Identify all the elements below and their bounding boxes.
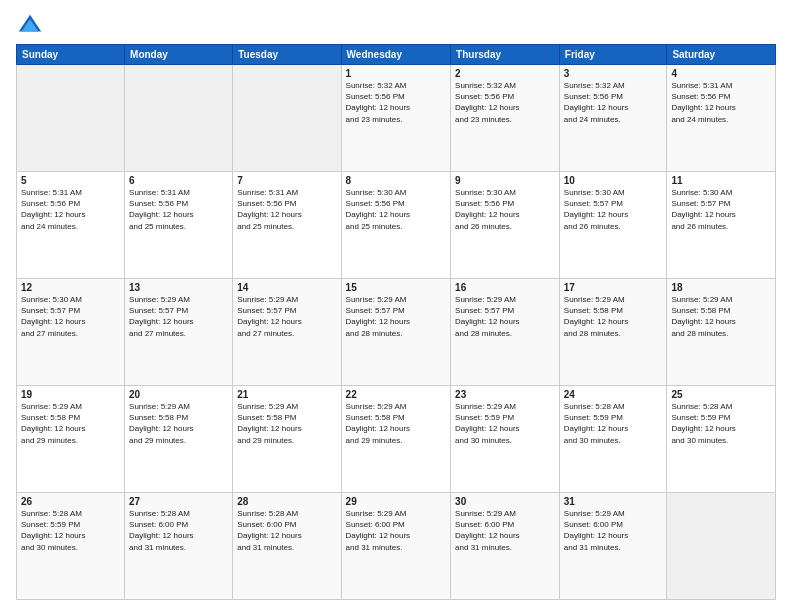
day-cell: 1Sunrise: 5:32 AM Sunset: 5:56 PM Daylig…: [341, 65, 451, 172]
week-row-1: 1Sunrise: 5:32 AM Sunset: 5:56 PM Daylig…: [17, 65, 776, 172]
day-cell: 20Sunrise: 5:29 AM Sunset: 5:58 PM Dayli…: [125, 386, 233, 493]
day-number: 18: [671, 282, 771, 293]
day-info: Sunrise: 5:29 AM Sunset: 5:58 PM Dayligh…: [671, 294, 771, 339]
day-cell: 19Sunrise: 5:29 AM Sunset: 5:58 PM Dayli…: [17, 386, 125, 493]
day-cell: 13Sunrise: 5:29 AM Sunset: 5:57 PM Dayli…: [125, 279, 233, 386]
day-cell: 8Sunrise: 5:30 AM Sunset: 5:56 PM Daylig…: [341, 172, 451, 279]
day-number: 2: [455, 68, 555, 79]
day-info: Sunrise: 5:32 AM Sunset: 5:56 PM Dayligh…: [346, 80, 447, 125]
day-cell: 23Sunrise: 5:29 AM Sunset: 5:59 PM Dayli…: [451, 386, 560, 493]
day-number: 9: [455, 175, 555, 186]
week-row-3: 12Sunrise: 5:30 AM Sunset: 5:57 PM Dayli…: [17, 279, 776, 386]
day-cell: 7Sunrise: 5:31 AM Sunset: 5:56 PM Daylig…: [233, 172, 341, 279]
day-info: Sunrise: 5:31 AM Sunset: 5:56 PM Dayligh…: [129, 187, 228, 232]
day-info: Sunrise: 5:28 AM Sunset: 5:59 PM Dayligh…: [564, 401, 663, 446]
week-row-4: 19Sunrise: 5:29 AM Sunset: 5:58 PM Dayli…: [17, 386, 776, 493]
day-cell: 26Sunrise: 5:28 AM Sunset: 5:59 PM Dayli…: [17, 493, 125, 600]
day-info: Sunrise: 5:32 AM Sunset: 5:56 PM Dayligh…: [455, 80, 555, 125]
day-number: 25: [671, 389, 771, 400]
day-info: Sunrise: 5:30 AM Sunset: 5:56 PM Dayligh…: [455, 187, 555, 232]
day-info: Sunrise: 5:29 AM Sunset: 5:57 PM Dayligh…: [237, 294, 336, 339]
calendar-body: 1Sunrise: 5:32 AM Sunset: 5:56 PM Daylig…: [17, 65, 776, 600]
day-cell: 25Sunrise: 5:28 AM Sunset: 5:59 PM Dayli…: [667, 386, 776, 493]
day-cell: 2Sunrise: 5:32 AM Sunset: 5:56 PM Daylig…: [451, 65, 560, 172]
calendar-header: SundayMondayTuesdayWednesdayThursdayFrid…: [17, 45, 776, 65]
day-info: Sunrise: 5:32 AM Sunset: 5:56 PM Dayligh…: [564, 80, 663, 125]
day-info: Sunrise: 5:29 AM Sunset: 5:58 PM Dayligh…: [129, 401, 228, 446]
day-cell: [233, 65, 341, 172]
day-info: Sunrise: 5:29 AM Sunset: 5:57 PM Dayligh…: [346, 294, 447, 339]
day-info: Sunrise: 5:30 AM Sunset: 5:57 PM Dayligh…: [21, 294, 120, 339]
day-cell: 12Sunrise: 5:30 AM Sunset: 5:57 PM Dayli…: [17, 279, 125, 386]
day-number: 19: [21, 389, 120, 400]
day-number: 7: [237, 175, 336, 186]
weekday-header-sunday: Sunday: [17, 45, 125, 65]
day-info: Sunrise: 5:30 AM Sunset: 5:56 PM Dayligh…: [346, 187, 447, 232]
day-cell: 28Sunrise: 5:28 AM Sunset: 6:00 PM Dayli…: [233, 493, 341, 600]
day-cell: 14Sunrise: 5:29 AM Sunset: 5:57 PM Dayli…: [233, 279, 341, 386]
day-number: 29: [346, 496, 447, 507]
day-info: Sunrise: 5:28 AM Sunset: 5:59 PM Dayligh…: [671, 401, 771, 446]
day-cell: 11Sunrise: 5:30 AM Sunset: 5:57 PM Dayli…: [667, 172, 776, 279]
weekday-header-thursday: Thursday: [451, 45, 560, 65]
day-number: 31: [564, 496, 663, 507]
day-cell: 15Sunrise: 5:29 AM Sunset: 5:57 PM Dayli…: [341, 279, 451, 386]
day-number: 1: [346, 68, 447, 79]
day-number: 26: [21, 496, 120, 507]
weekday-header-saturday: Saturday: [667, 45, 776, 65]
day-cell: [667, 493, 776, 600]
day-cell: 18Sunrise: 5:29 AM Sunset: 5:58 PM Dayli…: [667, 279, 776, 386]
day-info: Sunrise: 5:29 AM Sunset: 5:58 PM Dayligh…: [237, 401, 336, 446]
day-cell: 21Sunrise: 5:29 AM Sunset: 5:58 PM Dayli…: [233, 386, 341, 493]
day-cell: 10Sunrise: 5:30 AM Sunset: 5:57 PM Dayli…: [559, 172, 667, 279]
day-number: 27: [129, 496, 228, 507]
day-cell: 4Sunrise: 5:31 AM Sunset: 5:56 PM Daylig…: [667, 65, 776, 172]
day-info: Sunrise: 5:31 AM Sunset: 5:56 PM Dayligh…: [671, 80, 771, 125]
day-cell: 16Sunrise: 5:29 AM Sunset: 5:57 PM Dayli…: [451, 279, 560, 386]
weekday-header-monday: Monday: [125, 45, 233, 65]
day-cell: 24Sunrise: 5:28 AM Sunset: 5:59 PM Dayli…: [559, 386, 667, 493]
day-number: 5: [21, 175, 120, 186]
day-cell: 22Sunrise: 5:29 AM Sunset: 5:58 PM Dayli…: [341, 386, 451, 493]
day-cell: 5Sunrise: 5:31 AM Sunset: 5:56 PM Daylig…: [17, 172, 125, 279]
calendar: SundayMondayTuesdayWednesdayThursdayFrid…: [16, 44, 776, 600]
day-number: 13: [129, 282, 228, 293]
week-row-5: 26Sunrise: 5:28 AM Sunset: 5:59 PM Dayli…: [17, 493, 776, 600]
day-number: 28: [237, 496, 336, 507]
day-info: Sunrise: 5:29 AM Sunset: 5:57 PM Dayligh…: [129, 294, 228, 339]
day-cell: 3Sunrise: 5:32 AM Sunset: 5:56 PM Daylig…: [559, 65, 667, 172]
weekday-header-tuesday: Tuesday: [233, 45, 341, 65]
week-row-2: 5Sunrise: 5:31 AM Sunset: 5:56 PM Daylig…: [17, 172, 776, 279]
day-cell: 6Sunrise: 5:31 AM Sunset: 5:56 PM Daylig…: [125, 172, 233, 279]
logo-icon: [16, 12, 44, 40]
weekday-header-wednesday: Wednesday: [341, 45, 451, 65]
day-info: Sunrise: 5:31 AM Sunset: 5:56 PM Dayligh…: [237, 187, 336, 232]
day-info: Sunrise: 5:30 AM Sunset: 5:57 PM Dayligh…: [564, 187, 663, 232]
day-number: 6: [129, 175, 228, 186]
day-info: Sunrise: 5:29 AM Sunset: 5:58 PM Dayligh…: [346, 401, 447, 446]
day-number: 24: [564, 389, 663, 400]
day-cell: 31Sunrise: 5:29 AM Sunset: 6:00 PM Dayli…: [559, 493, 667, 600]
day-cell: 27Sunrise: 5:28 AM Sunset: 6:00 PM Dayli…: [125, 493, 233, 600]
day-info: Sunrise: 5:29 AM Sunset: 5:57 PM Dayligh…: [455, 294, 555, 339]
day-number: 10: [564, 175, 663, 186]
day-info: Sunrise: 5:30 AM Sunset: 5:57 PM Dayligh…: [671, 187, 771, 232]
day-number: 4: [671, 68, 771, 79]
day-number: 23: [455, 389, 555, 400]
day-number: 14: [237, 282, 336, 293]
day-cell: 9Sunrise: 5:30 AM Sunset: 5:56 PM Daylig…: [451, 172, 560, 279]
day-number: 22: [346, 389, 447, 400]
day-cell: 17Sunrise: 5:29 AM Sunset: 5:58 PM Dayli…: [559, 279, 667, 386]
day-info: Sunrise: 5:28 AM Sunset: 6:00 PM Dayligh…: [129, 508, 228, 553]
day-info: Sunrise: 5:28 AM Sunset: 5:59 PM Dayligh…: [21, 508, 120, 553]
day-info: Sunrise: 5:28 AM Sunset: 6:00 PM Dayligh…: [237, 508, 336, 553]
weekday-row: SundayMondayTuesdayWednesdayThursdayFrid…: [17, 45, 776, 65]
day-number: 17: [564, 282, 663, 293]
day-info: Sunrise: 5:29 AM Sunset: 6:00 PM Dayligh…: [455, 508, 555, 553]
day-number: 30: [455, 496, 555, 507]
page: SundayMondayTuesdayWednesdayThursdayFrid…: [0, 0, 792, 612]
day-number: 3: [564, 68, 663, 79]
day-number: 11: [671, 175, 771, 186]
day-cell: [125, 65, 233, 172]
day-info: Sunrise: 5:29 AM Sunset: 6:00 PM Dayligh…: [346, 508, 447, 553]
